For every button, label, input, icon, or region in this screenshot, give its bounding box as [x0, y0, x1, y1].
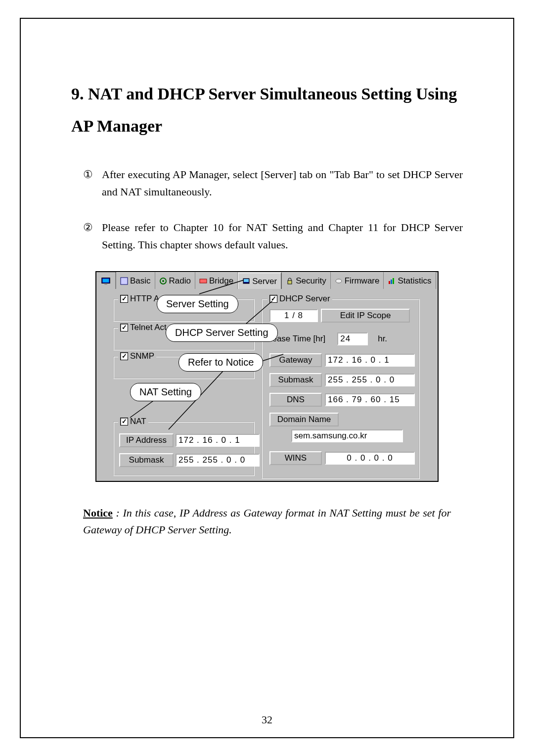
- tab-radio-label: Radio: [169, 276, 191, 286]
- tab-server[interactable]: Server: [238, 272, 282, 290]
- svg-rect-8: [244, 279, 249, 282]
- lease-time-unit: hr.: [378, 334, 387, 344]
- nat-submask-input[interactable]: 255 . 255 . 0 . 0: [176, 454, 260, 467]
- tab-statistics-icon: [388, 277, 396, 285]
- callout-dhcp-server-setting: DHCP Server Setting: [166, 324, 278, 342]
- svg-rect-3: [121, 278, 128, 284]
- step-2-num: ②: [83, 219, 102, 253]
- tab-firmware-icon: [335, 277, 343, 285]
- svg-rect-1: [103, 279, 109, 282]
- dhcp-wins-label: WINS: [269, 451, 322, 465]
- tab-server-label: Server: [252, 277, 277, 286]
- group-dhcp: DHCP Server 1 / 8 Edit IP Scope Lease Ti…: [262, 299, 420, 479]
- dhcp-wins-input[interactable]: 0 . 0 . 0 . 0: [325, 452, 415, 465]
- app-icon: [96, 272, 116, 290]
- nat-ip-label: IP Address: [119, 433, 174, 447]
- dhcp-scope-count[interactable]: 1 / 8: [269, 309, 318, 322]
- notice-paragraph: Notice : In this case, IP Address as Gat…: [71, 505, 463, 538]
- svg-rect-13: [393, 278, 394, 284]
- svg-rect-9: [288, 281, 292, 284]
- dhcp-gateway-label: Gateway: [269, 353, 322, 367]
- callout-refer-to-notice: Refer to Notice: [178, 353, 263, 372]
- tab-security-icon: [286, 277, 294, 285]
- dhcp-checkbox[interactable]: [269, 295, 277, 303]
- ap-manager-screenshot: Basic Radio Bridge Server Security: [95, 271, 439, 482]
- tab-bridge[interactable]: Bridge: [195, 272, 238, 290]
- step-2-text: Please refer to Chapter 10 for NAT Setti…: [102, 219, 463, 253]
- step-1-num: ①: [83, 166, 102, 200]
- tab-firmware[interactable]: Firmware: [331, 272, 384, 290]
- nat-submask-label: Submask: [119, 453, 174, 467]
- svg-rect-11: [389, 281, 390, 284]
- tab-basic-icon: [120, 277, 128, 285]
- tab-basic[interactable]: Basic: [116, 272, 155, 290]
- dhcp-dns-label: DNS: [269, 393, 322, 407]
- callout-nat-setting: NAT Setting: [130, 383, 201, 401]
- dhcp-gateway-input[interactable]: 172 . 16 . 0 . 1: [325, 354, 415, 367]
- steps-list: ① After executing AP Manager, select [Se…: [71, 166, 463, 253]
- tab-bridge-icon: [199, 277, 207, 285]
- tab-basic-label: Basic: [130, 276, 151, 286]
- tab-security-label: Security: [296, 276, 326, 286]
- nat-checkbox[interactable]: [120, 418, 128, 425]
- svg-rect-12: [391, 280, 392, 284]
- edit-ip-scope-button[interactable]: Edit IP Scope: [321, 309, 410, 323]
- tab-security[interactable]: Security: [282, 272, 330, 290]
- lease-time-input[interactable]: 24: [337, 332, 368, 345]
- tab-radio[interactable]: Radio: [155, 272, 195, 290]
- svg-rect-6: [200, 279, 207, 283]
- svg-point-5: [162, 280, 164, 282]
- tab-firmware-label: Firmware: [345, 276, 380, 286]
- page-number: 32: [21, 713, 513, 726]
- tab-statistics-label: Statistics: [398, 276, 431, 286]
- dhcp-submask-label: Submask: [269, 373, 322, 387]
- tab-server-icon: [242, 278, 250, 285]
- tab-bar: Basic Radio Bridge Server Security: [95, 271, 439, 291]
- dhcp-submask-input[interactable]: 255 . 255 . 0 . 0: [325, 374, 415, 386]
- tab-radio-icon: [159, 277, 167, 285]
- svg-point-10: [336, 279, 342, 283]
- section-heading: 9. NAT and DHCP Server Simultaneous Sett…: [71, 78, 463, 142]
- nat-ip-input[interactable]: 172 . 16 . 0 . 1: [176, 434, 260, 447]
- http-label: HTTP A: [130, 294, 159, 304]
- telnet-label: Telnet Act: [130, 323, 167, 332]
- notice-text: : In this case, IP Address as Gateway fo…: [83, 507, 451, 536]
- callout-server-setting: Server Setting: [157, 295, 238, 313]
- group-nat: NAT IP Address 172 . 16 . 0 . 1 Submask …: [113, 422, 255, 476]
- dhcp-label: DHCP Server: [279, 294, 330, 304]
- step-1-text: After executing AP Manager, select [Serv…: [102, 166, 463, 200]
- telnet-checkbox[interactable]: [120, 324, 128, 331]
- notice-label: Notice: [83, 507, 113, 519]
- dhcp-dns-input[interactable]: 166 . 79 . 60 . 15: [325, 393, 415, 406]
- tab-bridge-label: Bridge: [209, 276, 233, 286]
- dhcp-domain-label: Domain Name: [269, 413, 339, 426]
- tab-statistics[interactable]: Statistics: [384, 272, 436, 290]
- http-checkbox[interactable]: [120, 295, 128, 303]
- dhcp-domain-input[interactable]: sem.samsung.co.kr: [291, 429, 403, 442]
- svg-rect-2: [104, 284, 107, 285]
- snmp-label: SNMP: [130, 351, 154, 361]
- nat-label: NAT: [130, 417, 146, 426]
- snmp-checkbox[interactable]: [120, 352, 128, 360]
